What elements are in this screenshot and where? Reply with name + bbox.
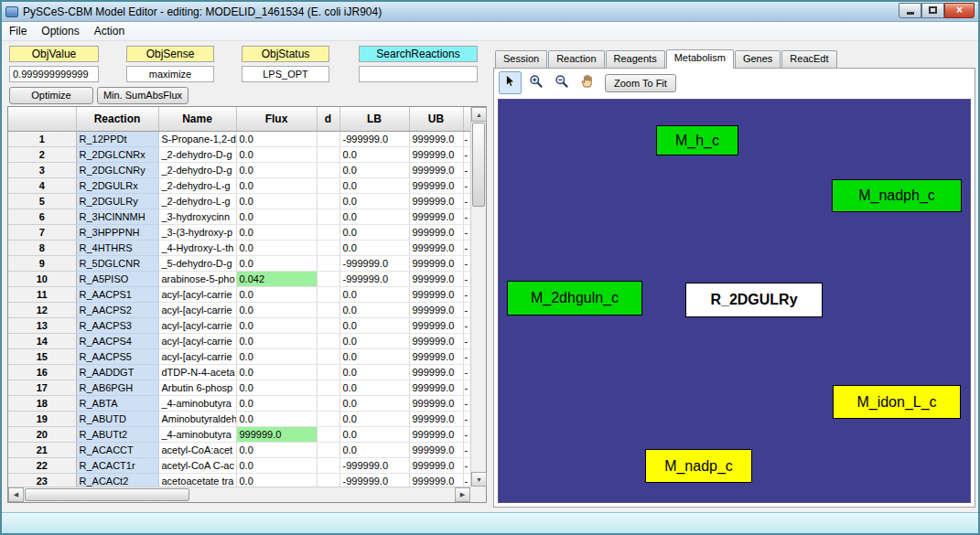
- cell-reaction[interactable]: R_2DGULRy: [76, 193, 158, 209]
- cell-ub[interactable]: 999999.0: [409, 380, 463, 395]
- cell-ub[interactable]: 999999.0: [409, 302, 463, 317]
- cell-name[interactable]: _2-dehydro-D-g: [158, 162, 236, 177]
- cell-reaction[interactable]: R_AACPS4: [76, 333, 158, 348]
- cell-name[interactable]: _2-dehydro-L-g: [158, 193, 236, 209]
- cell-num[interactable]: 5: [8, 193, 76, 209]
- cell-name[interactable]: arabinose-5-pho: [158, 271, 236, 286]
- cell-ub[interactable]: 999999.0: [409, 473, 463, 487]
- cell-ub[interactable]: 999999.0: [409, 317, 463, 333]
- cell-name[interactable]: S-Propane-1,2-d: [158, 131, 236, 146]
- node-M_nadp_c[interactable]: M_nadp_c: [645, 449, 752, 483]
- cell-lb[interactable]: 0.0: [339, 348, 409, 364]
- tab-genes[interactable]: Genes: [735, 50, 781, 68]
- cell-name[interactable]: acyl-[acyl-carrie: [158, 348, 236, 364]
- cell-name[interactable]: _4-Hydroxy-L-th: [158, 240, 236, 255]
- cell-ub[interactable]: 999999.0: [409, 162, 463, 177]
- cell-name[interactable]: dTDP-N-4-aceta: [158, 364, 236, 380]
- optimize-button[interactable]: Optimize: [9, 87, 93, 104]
- cell-reaction[interactable]: R_AACPS1: [76, 286, 158, 302]
- zoom-in-tool[interactable]: [524, 71, 547, 94]
- cell-reaction[interactable]: R_3HCINNMH: [76, 209, 158, 224]
- cell-d[interactable]: [317, 442, 339, 457]
- cell-name[interactable]: _2-dehydro-L-g: [158, 177, 236, 193]
- cell-num[interactable]: 23: [8, 473, 76, 487]
- search-reactions-input[interactable]: [359, 66, 478, 82]
- cell-reaction[interactable]: R_AACPS5: [76, 348, 158, 364]
- cell-lb[interactable]: 0.0: [339, 162, 409, 177]
- cell-num[interactable]: 18: [8, 395, 76, 411]
- cell-d[interactable]: [317, 395, 339, 411]
- cell-num[interactable]: 21: [8, 442, 76, 457]
- cell-num[interactable]: 13: [8, 317, 76, 333]
- cell-ub[interactable]: 999999.0: [409, 426, 463, 442]
- cell-lb[interactable]: 0.0: [339, 177, 409, 193]
- cell-lb[interactable]: 0.0: [339, 209, 409, 224]
- minimize-button[interactable]: [899, 3, 921, 18]
- cell-reaction[interactable]: R_ABTA: [76, 395, 158, 411]
- cell-reaction[interactable]: R_3HPPPNH: [76, 224, 158, 240]
- zoom-out-tool[interactable]: [550, 71, 573, 94]
- maximize-button[interactable]: [921, 3, 944, 18]
- cell-lb[interactable]: -999999.0: [339, 271, 409, 286]
- cell-flux[interactable]: 0.042: [236, 271, 317, 286]
- cell-d[interactable]: [317, 131, 339, 146]
- cell-flux[interactable]: 0.0: [236, 193, 317, 209]
- node-M_h_c[interactable]: M_h_c: [656, 125, 738, 155]
- cell-flux[interactable]: 0.0: [236, 302, 317, 317]
- cell-ub[interactable]: 999999.0: [409, 457, 463, 473]
- cell-ub[interactable]: 999999.0: [409, 255, 463, 271]
- cell-reaction[interactable]: R_AACPS2: [76, 302, 158, 317]
- cell-num[interactable]: 20: [8, 426, 76, 442]
- cell-ub[interactable]: 999999.0: [409, 348, 463, 364]
- cell-flux[interactable]: 0.0: [236, 131, 317, 146]
- cell-lb[interactable]: 0.0: [339, 333, 409, 348]
- cell-d[interactable]: [317, 177, 339, 193]
- cell-flux[interactable]: 0.0: [236, 240, 317, 255]
- cell-num[interactable]: 14: [8, 333, 76, 348]
- cell-reaction[interactable]: R_5DGLCNR: [76, 255, 158, 271]
- menu-file[interactable]: File: [2, 23, 34, 39]
- cell-d[interactable]: [317, 193, 339, 209]
- cell-d[interactable]: [317, 457, 339, 473]
- header-flux[interactable]: Flux: [236, 107, 317, 131]
- cell-name[interactable]: acetyl-CoA C-ac: [158, 457, 236, 473]
- cell-lb[interactable]: 0.0: [339, 317, 409, 333]
- cell-ub[interactable]: 999999.0: [409, 442, 463, 457]
- cell-lb[interactable]: 0.0: [339, 395, 409, 411]
- cell-lb[interactable]: -999999.0: [339, 473, 409, 487]
- scroll-up-button[interactable]: ▲: [471, 107, 487, 122]
- cell-ub[interactable]: 999999.0: [409, 364, 463, 380]
- cell-reaction[interactable]: R_ACACT1r: [76, 457, 158, 473]
- cell-reaction[interactable]: R_AB6PGH: [76, 380, 158, 395]
- cell-num[interactable]: 8: [8, 240, 76, 255]
- cell-d[interactable]: [317, 146, 339, 162]
- cell-name[interactable]: acyl-[acyl-carrie: [158, 286, 236, 302]
- cell-reaction[interactable]: R_2DGULRx: [76, 177, 158, 193]
- header-d[interactable]: d: [317, 107, 339, 131]
- objstatus-field[interactable]: LPS_OPT: [242, 66, 329, 82]
- cell-lb[interactable]: 0.0: [339, 364, 409, 380]
- cell-flux[interactable]: 0.0: [236, 395, 317, 411]
- cell-reaction[interactable]: R_AACPS3: [76, 317, 158, 333]
- cell-flux[interactable]: 0.0: [236, 255, 317, 271]
- cell-lb[interactable]: 0.0: [339, 380, 409, 395]
- cell-name[interactable]: _4-aminobutyra: [158, 426, 236, 442]
- cell-reaction[interactable]: R_A5PISO: [76, 271, 158, 286]
- node-M_nadph_c[interactable]: M_nadph_c: [832, 179, 962, 212]
- cell-num[interactable]: 16: [8, 364, 76, 380]
- cell-name[interactable]: acyl-[acyl-carrie: [158, 317, 236, 333]
- cell-d[interactable]: [317, 255, 339, 271]
- cell-reaction[interactable]: R_12PPDt: [76, 131, 158, 146]
- cell-ub[interactable]: 999999.0: [409, 286, 463, 302]
- zoom-to-fit-button[interactable]: Zoom To Fit: [605, 74, 676, 92]
- cell-flux[interactable]: 0.0: [236, 146, 317, 162]
- scroll-right-button[interactable]: ▶: [455, 487, 470, 502]
- cell-lb[interactable]: -999999.0: [339, 457, 409, 473]
- tab-reagents[interactable]: Reagents: [606, 50, 665, 68]
- cell-flux[interactable]: 0.0: [236, 286, 317, 302]
- cell-num[interactable]: 19: [8, 411, 76, 426]
- cell-ub[interactable]: 999999.0: [409, 240, 463, 255]
- cell-d[interactable]: [317, 162, 339, 177]
- cell-num[interactable]: 15: [8, 348, 76, 364]
- cell-num[interactable]: 22: [8, 457, 76, 473]
